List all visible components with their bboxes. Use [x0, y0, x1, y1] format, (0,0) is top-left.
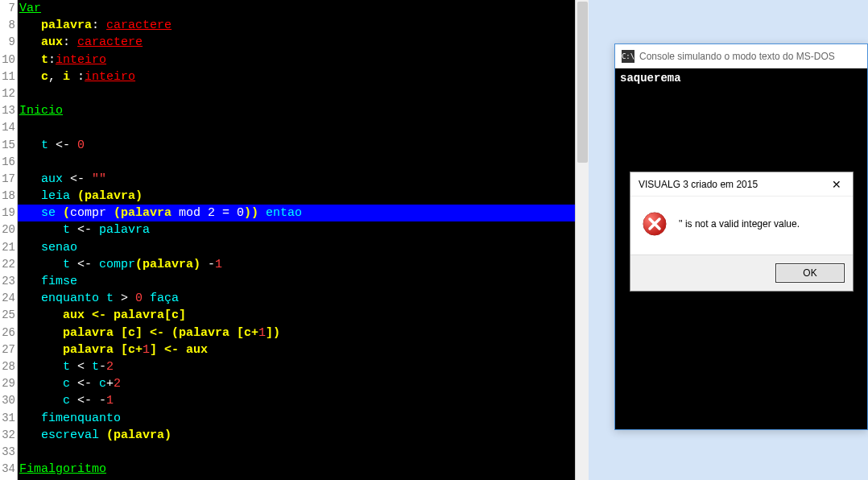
code-line[interactable]: t <- 0 — [18, 137, 589, 154]
line-number: 10 — [0, 52, 15, 68]
code-line[interactable]: fimse — [18, 273, 589, 290]
line-number: 20 — [0, 221, 15, 238]
scrollbar-thumb[interactable] — [577, 2, 588, 163]
code-line[interactable]: leia (palavra) — [18, 188, 589, 205]
code-line[interactable] — [18, 154, 589, 171]
code-line[interactable]: Inicio — [18, 102, 589, 119]
dialog-footer: OK — [630, 254, 853, 291]
code-line[interactable]: aux <- palavra[c] — [18, 307, 589, 324]
vertical-scrollbar[interactable] — [575, 0, 589, 480]
code-token: , — [48, 70, 63, 84]
code-token: : — [48, 53, 56, 67]
code-line[interactable]: c <- -1 — [18, 392, 589, 409]
code-token: entao — [258, 206, 302, 220]
code-token: <- — [77, 223, 92, 237]
code-token — [19, 326, 63, 340]
line-number: 17 — [0, 171, 15, 188]
close-button[interactable]: ✕ — [825, 176, 848, 192]
line-number: 27 — [0, 341, 15, 358]
console-title: Console simulando o modo texto do MS-DOS — [639, 51, 835, 62]
code-line[interactable]: t < t-2 — [18, 358, 589, 375]
code-line[interactable]: c <- c+2 — [18, 375, 589, 392]
code-line[interactable]: aux: caractere — [18, 34, 589, 51]
code-token: inteiro — [85, 70, 135, 84]
code-token: <- — [77, 377, 99, 391]
code-token: "" — [92, 172, 106, 186]
code-token: t — [19, 139, 56, 152]
code-token: Fimalgoritmo — [19, 462, 106, 476]
code-token: t — [41, 53, 48, 67]
code-line[interactable]: fimenquanto — [18, 410, 589, 427]
line-number: 33 — [0, 444, 15, 461]
code-line[interactable]: senao — [18, 239, 589, 256]
code-token: 1 — [258, 326, 266, 340]
code-token: palavra [c] <- (palavra [c+ — [63, 326, 258, 340]
code-token: - — [99, 360, 106, 374]
code-area[interactable]: Var palavra: caractere aux: caractere t:… — [18, 0, 589, 480]
code-token: inteiro — [56, 53, 106, 67]
code-token — [19, 19, 41, 32]
line-number: 11 — [0, 68, 15, 85]
code-line[interactable]: se (compr (palavra mod 2 = 0)) entao — [18, 205, 589, 221]
code-token: t — [19, 360, 77, 374]
code-token: ( — [63, 206, 70, 220]
code-token: fimenquanto — [19, 412, 121, 425]
code-line[interactable]: Fimalgoritmo — [18, 461, 589, 478]
code-line[interactable]: Var — [18, 0, 589, 17]
code-line[interactable]: aux <- "" — [18, 171, 589, 188]
ok-button[interactable]: OK — [775, 263, 845, 283]
code-token: aux — [41, 35, 63, 49]
code-token: senao — [19, 241, 77, 254]
code-token: t — [92, 360, 99, 374]
code-token: escreval — [19, 428, 106, 442]
code-line[interactable]: palavra [c] <- (palavra [c+1]) — [18, 325, 589, 341]
code-line[interactable]: palavra: caractere — [18, 17, 589, 34]
code-token: 1 — [143, 343, 150, 357]
code-token: c — [19, 394, 77, 408]
code-token — [19, 343, 63, 357]
code-token: fimse — [19, 275, 77, 288]
code-line[interactable] — [18, 85, 589, 102]
code-line[interactable] — [18, 444, 589, 461]
code-token: ]) — [266, 326, 280, 340]
line-number: 22 — [0, 256, 15, 273]
code-line[interactable]: enquanto t > 0 faça — [18, 290, 589, 307]
line-number: 32 — [0, 427, 15, 444]
code-token — [19, 70, 41, 84]
code-token: )) — [244, 206, 258, 220]
dialog-message: '' is not a valid integer value. — [679, 218, 800, 230]
error-icon — [642, 211, 668, 237]
dialog-titlebar[interactable]: VISUALG 3 criado em 2015 ✕ — [630, 172, 853, 197]
line-number: 19 — [0, 205, 15, 221]
code-line[interactable]: t <- palavra — [18, 221, 589, 238]
code-token: > — [121, 292, 135, 305]
code-token: c — [41, 70, 48, 84]
code-token: - — [200, 258, 215, 271]
code-token: + — [106, 377, 114, 391]
code-token: : — [63, 35, 77, 49]
code-line[interactable]: escreval (palavra) — [18, 427, 589, 444]
line-number: 18 — [0, 188, 15, 205]
code-token: aux <- palavra[c] — [63, 308, 186, 322]
code-token — [19, 53, 41, 67]
code-token: mod 2 = 0 — [179, 206, 244, 220]
line-number: 28 — [0, 358, 15, 375]
code-line[interactable]: palavra [c+1] <- aux — [18, 341, 589, 358]
code-token: faça — [143, 292, 179, 305]
console-titlebar[interactable]: C:\ Console simulando o modo texto do MS… — [615, 44, 867, 68]
code-line[interactable]: c, i :inteiro — [18, 68, 589, 85]
line-number: 30 — [0, 392, 15, 409]
code-token: 1 — [106, 394, 114, 408]
line-number: 15 — [0, 137, 15, 154]
code-token: 1 — [215, 258, 222, 271]
dialog-body: '' is not a valid integer value. — [630, 197, 853, 254]
code-token: : — [92, 19, 106, 32]
code-token: compr — [92, 258, 135, 271]
code-token: 0 — [77, 139, 85, 152]
code-line[interactable]: t <- compr(palavra) -1 — [18, 256, 589, 273]
code-line[interactable]: t:inteiro — [18, 52, 589, 68]
code-editor[interactable]: 7891011121314151617181920212223242526272… — [0, 0, 589, 480]
line-number: 9 — [0, 34, 15, 51]
code-token: palavra — [41, 19, 92, 32]
code-line[interactable] — [18, 119, 589, 136]
